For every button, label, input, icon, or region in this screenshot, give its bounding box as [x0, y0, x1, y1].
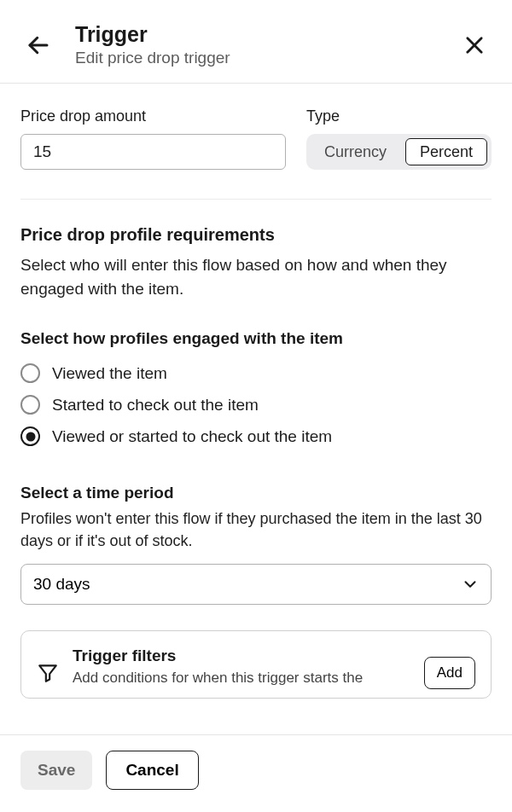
close-button[interactable] — [457, 28, 492, 62]
type-label: Type — [306, 107, 492, 125]
requirements-body: Select who will enter this flow based on… — [20, 253, 492, 300]
filter-text: Trigger filters Add conditions for when … — [73, 647, 410, 688]
type-option-percent[interactable]: Percent — [405, 138, 487, 165]
filter-icon-wrap — [37, 647, 59, 687]
engagement-heading: Select how profiles engaged with the ite… — [20, 329, 492, 348]
type-segmented-control: Currency Percent — [306, 134, 492, 170]
back-button[interactable] — [20, 27, 56, 63]
filter-body: Add conditions for when this trigger sta… — [73, 669, 410, 688]
time-period-selected-label: 30 days — [33, 575, 90, 594]
funnel-icon — [37, 662, 59, 684]
price-drop-input[interactable] — [20, 134, 286, 170]
radio-label: Started to check out the item — [52, 396, 259, 415]
section-divider — [20, 199, 492, 200]
radio-icon — [20, 395, 40, 415]
engagement-option-viewed[interactable]: Viewed the item — [20, 363, 492, 383]
price-type-row: Price drop amount Type Currency Percent — [20, 107, 492, 170]
time-period-section: Select a time period Profiles won't ente… — [20, 484, 492, 605]
engagement-option-started[interactable]: Started to check out the item — [20, 395, 492, 415]
trigger-filters-card: Trigger filters Add conditions for when … — [20, 630, 492, 699]
engagement-option-viewed-or-started[interactable]: Viewed or started to check out the item — [20, 426, 492, 446]
add-filter-button[interactable]: Add — [424, 657, 475, 689]
page-header: Trigger Edit price drop trigger — [0, 0, 512, 84]
filter-title: Trigger filters — [73, 647, 410, 665]
close-icon — [463, 33, 486, 57]
radio-icon — [20, 426, 40, 446]
header-text: Trigger Edit price drop trigger — [75, 22, 457, 67]
price-drop-label: Price drop amount — [20, 107, 286, 125]
cancel-button[interactable]: Cancel — [106, 751, 198, 790]
price-drop-field: Price drop amount — [20, 107, 286, 170]
time-period-select-wrap: 30 days — [20, 564, 492, 605]
page-subtitle: Edit price drop trigger — [75, 49, 457, 67]
requirements-heading: Price drop profile requirements — [20, 225, 492, 245]
content-area: Price drop amount Type Currency Percent … — [0, 84, 512, 699]
time-period-body: Profiles won't enter this flow if they p… — [20, 508, 492, 552]
radio-label: Viewed or started to check out the item — [52, 427, 332, 446]
radio-icon — [20, 363, 40, 383]
footer-bar: Save Cancel — [0, 734, 512, 812]
type-option-currency[interactable]: Currency — [311, 138, 400, 165]
requirements-section: Price drop profile requirements Select w… — [20, 225, 492, 300]
type-field: Type Currency Percent — [306, 107, 492, 170]
arrow-left-icon — [26, 32, 51, 58]
page-title: Trigger — [75, 22, 457, 47]
engagement-radio-group: Viewed the item Started to check out the… — [20, 363, 492, 446]
time-period-heading: Select a time period — [20, 484, 492, 502]
radio-label: Viewed the item — [52, 364, 167, 383]
time-period-select[interactable]: 30 days — [20, 564, 492, 605]
save-button[interactable]: Save — [20, 751, 92, 790]
